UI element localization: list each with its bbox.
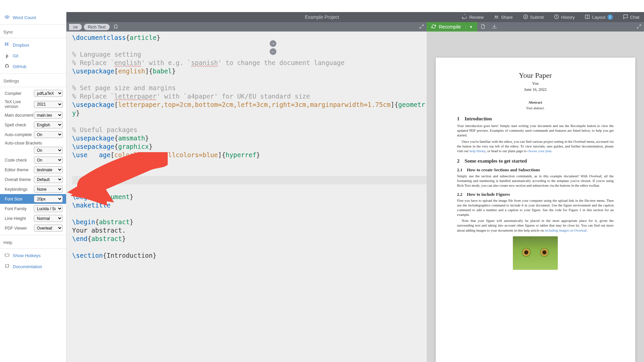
help-library-link[interactable]: help library <box>470 149 486 153</box>
book-icon <box>5 264 9 269</box>
spellcheck-select[interactable]: English <box>34 121 63 128</box>
paper-date: June 16, 2022 <box>457 87 614 92</box>
autoclose-setting: Auto-close Brackets On <box>0 139 66 155</box>
section-2-1-heading: 2.1 How to create Sections and Subsectio… <box>457 167 614 173</box>
overalltheme-select[interactable]: Default <box>34 176 63 183</box>
section-1-heading: 1 Introduction <box>457 116 614 122</box>
code-editor[interactable]: \documentclass{article} % Language setti… <box>66 32 427 362</box>
expand-editor-icon[interactable] <box>419 24 424 30</box>
spellcheck-setting: Spell check English <box>0 120 66 130</box>
splitter-handles: → ← <box>270 40 276 55</box>
fontfamily-select[interactable]: Lucida / Sourc <box>34 205 63 212</box>
review-button[interactable]: Review <box>457 12 488 22</box>
chevron-down-icon[interactable]: ▼ <box>466 25 473 29</box>
fontsize-setting: Font Size 20px <box>0 194 66 204</box>
source-tab[interactable]: ce <box>69 24 82 30</box>
topbar: Example Project Review Share Submit Hist… <box>0 12 644 22</box>
paper-author: You <box>457 81 614 86</box>
autocomplete-setting: Auto-complete On <box>0 130 66 139</box>
autocomplete-select[interactable]: On <box>34 131 63 138</box>
maindoc-setting: Main document main.tex <box>0 110 66 120</box>
settings-sidebar: Word Count Sync Dropbox ṗ Git GitHub Set… <box>0 12 66 362</box>
svg-rect-6 <box>5 254 9 256</box>
pdfviewer-select[interactable]: Overleaf <box>34 225 63 232</box>
autoclose-select[interactable]: On <box>34 147 63 154</box>
history-button[interactable]: History <box>549 12 579 22</box>
intro-paragraph-1: Your introduction goes here! Simply star… <box>457 124 614 138</box>
fontsize-select[interactable]: 20px <box>34 195 63 202</box>
documentation-link[interactable]: Documentation <box>0 261 66 272</box>
lineheight-setting: Line Height Normal <box>0 214 66 223</box>
intro-paragraph-2: Once you're familiar with the editor, yo… <box>457 139 614 154</box>
pdfviewer-setting: PDF Viewer Overleaf <box>0 223 66 233</box>
texlive-setting: TeX Live version 2021 <box>0 98 66 110</box>
richtext-tab[interactable]: Rich Text <box>84 24 110 30</box>
info-badge-icon: i <box>607 14 613 20</box>
svg-point-2 <box>524 15 528 19</box>
layout-icon <box>585 14 590 20</box>
svg-point-1 <box>497 15 498 17</box>
show-hotkeys-link[interactable]: Show Hotkeys <box>0 250 66 261</box>
go-to-pdf-icon[interactable]: → <box>270 40 276 47</box>
share-button[interactable]: Share <box>489 12 518 22</box>
github-link[interactable]: GitHub <box>0 61 66 72</box>
download-icon[interactable] <box>489 24 500 30</box>
compiler-setting: Compiler pdfLaTeX <box>0 88 66 98</box>
git-icon: ṗ <box>5 53 9 58</box>
dropbox-icon <box>5 42 9 48</box>
figures-paragraph-2: Note that your figure will automatically… <box>457 219 614 233</box>
svg-point-0 <box>495 15 496 17</box>
editortheme-setting: Editor theme textmate <box>0 165 66 175</box>
keybindings-setting: Keybindings None <box>0 184 66 194</box>
svg-point-5 <box>6 16 8 18</box>
including-images-link[interactable]: including images on Overleaf <box>545 229 587 232</box>
figure-image <box>513 236 558 270</box>
pdf-toolbar: Recompile ▼ <box>427 22 644 32</box>
paper-title: Your Paper <box>457 71 614 80</box>
editor-toolbar: ce Rich Text Ω <box>66 22 427 32</box>
recompile-button[interactable]: Recompile ▼ <box>427 22 477 32</box>
compiler-select[interactable]: pdfLaTeX <box>34 90 63 97</box>
submit-button[interactable]: Submit <box>518 12 548 22</box>
help-heading: Help <box>0 237 66 247</box>
fontfamily-setting: Font Family Lucida / Sourc <box>0 204 66 214</box>
word-count-link[interactable]: Word Count <box>0 12 66 23</box>
review-icon <box>462 14 467 20</box>
texlive-select[interactable]: 2021 <box>34 101 63 108</box>
dropbox-link[interactable]: Dropbox <box>0 40 66 51</box>
share-icon <box>494 14 499 20</box>
pdf-preview[interactable]: Your Paper You June 16, 2022 Abstract Yo… <box>427 32 644 362</box>
symbol-palette-button[interactable]: Ω <box>112 24 120 30</box>
layout-button[interactable]: Layout i <box>580 12 617 22</box>
sections-paragraph: Simply use the section and subsection co… <box>457 174 614 188</box>
logs-icon[interactable] <box>477 24 489 30</box>
submit-icon <box>523 14 528 20</box>
lineheight-select[interactable]: Normal <box>34 215 63 222</box>
recompile-icon <box>431 24 436 30</box>
abstract-heading: Abstract <box>457 100 614 104</box>
go-to-code-icon[interactable]: ← <box>270 48 276 55</box>
code-content: \documentclass{article} % Language setti… <box>72 32 427 362</box>
line-gutter <box>66 32 71 362</box>
github-icon <box>5 64 9 69</box>
keyboard-icon <box>5 253 9 258</box>
overalltheme-setting: Overall theme Default <box>0 175 66 184</box>
history-icon <box>554 14 559 20</box>
project-title: Example Project <box>305 14 339 20</box>
editortheme-select[interactable]: textmate <box>34 166 63 173</box>
abstract-text: Your abstract. <box>457 106 614 110</box>
keybindings-select[interactable]: None <box>34 186 63 193</box>
expand-pdf-icon[interactable] <box>637 24 644 30</box>
settings-heading: Settings <box>0 75 66 85</box>
chat-icon <box>623 14 628 20</box>
sync-heading: Sync <box>0 26 66 37</box>
maindoc-select[interactable]: main.tex <box>34 112 63 119</box>
section-2-2-heading: 2.2 How to include Figures <box>457 192 614 197</box>
codecheck-setting: Code check On <box>0 155 66 165</box>
codecheck-select[interactable]: On <box>34 157 63 164</box>
chat-button[interactable]: Chat <box>618 12 644 22</box>
pdf-page: Your Paper You June 16, 2022 Abstract Yo… <box>436 58 635 362</box>
choose-plan-link[interactable]: choose your plan <box>527 149 551 153</box>
git-link[interactable]: ṗ Git <box>0 51 66 61</box>
figures-paragraph-1: First you have to upload the image file … <box>457 198 614 218</box>
